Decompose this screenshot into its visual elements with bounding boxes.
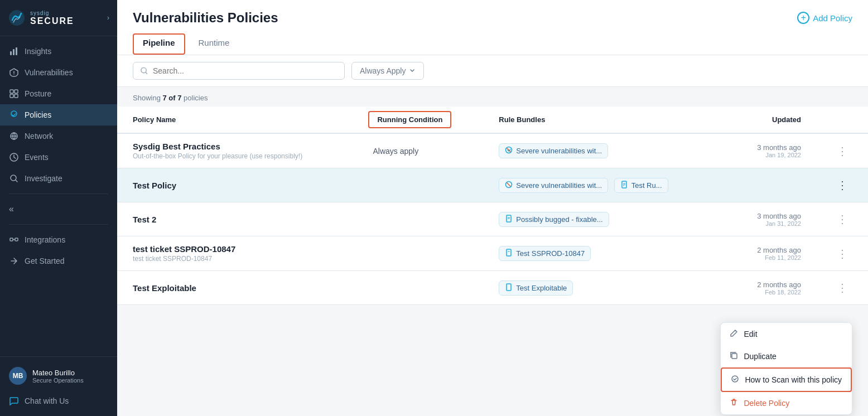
updated-cell: 3 months ago Jan 19, 2022 bbox=[727, 133, 817, 168]
rule-bundles-cell: Test Exploitable bbox=[483, 271, 727, 305]
svg-rect-13 bbox=[15, 238, 18, 241]
context-menu-scan[interactable]: How to Scan with this policy bbox=[721, 367, 852, 392]
row-more-button[interactable]: ⋮ bbox=[832, 142, 852, 160]
sidebar: sysdig SECURE › Insights Vulnerabilities… bbox=[0, 0, 117, 416]
network-icon bbox=[9, 131, 19, 141]
search-input-wrap[interactable] bbox=[133, 62, 345, 80]
col-actions bbox=[817, 107, 868, 133]
rule-bundles-cell: Possibly bugged - fixable... bbox=[483, 202, 727, 236]
table-area: Showing 7 of 7 policies Policy Name Runn… bbox=[117, 87, 868, 416]
sidebar-item-events[interactable]: Events bbox=[0, 147, 117, 168]
sidebar-item-label: Posture bbox=[25, 89, 51, 98]
page-tabs: Pipeline Runtime bbox=[133, 33, 852, 55]
sidebar-collapse-chevron[interactable]: › bbox=[107, 14, 109, 22]
table-row: Sysdig Best Practices Out-of-the-box Pol… bbox=[117, 133, 868, 168]
sidebar-item-policies[interactable]: Policies bbox=[0, 104, 117, 125]
policy-name: test ticket SSPROD-10847 bbox=[133, 244, 341, 254]
tab-pipeline[interactable]: Pipeline bbox=[133, 33, 185, 55]
row-more-button[interactable]: ⋮ bbox=[832, 176, 852, 194]
table-row: Test 2 Possibly bugged - fixable... 3 mo… bbox=[117, 202, 868, 236]
sidebar-item-posture[interactable]: Posture bbox=[0, 83, 117, 104]
filter-label: Always Apply bbox=[360, 66, 406, 75]
policy-name-cell: Test Policy bbox=[117, 168, 357, 202]
sidebar-item-label: Investigate bbox=[25, 174, 62, 183]
rule-bundles-cell: Severe vulnerabilities wit... bbox=[483, 133, 727, 168]
svg-rect-1 bbox=[10, 51, 12, 55]
sidebar-item-insights[interactable]: Insights bbox=[0, 41, 117, 62]
context-menu-edit[interactable]: Edit bbox=[721, 323, 852, 345]
policy-name-cell: Test Exploitable bbox=[117, 271, 357, 305]
svg-rect-27 bbox=[732, 354, 737, 359]
duplicate-icon bbox=[730, 351, 738, 361]
table-header: Policy Name Running Condition Rule Bundl… bbox=[117, 107, 868, 133]
no-vuln-icon bbox=[505, 146, 513, 156]
rule-bundles-cell: Test SSPROD-10847 bbox=[483, 236, 727, 271]
search-input[interactable] bbox=[153, 66, 337, 75]
chevron-down-icon bbox=[409, 67, 416, 74]
row-more-button[interactable]: ⋮ bbox=[832, 210, 852, 228]
row-actions-cell: ⋮ bbox=[817, 236, 868, 271]
updated-cell: 2 months ago Feb 18, 2022 bbox=[727, 271, 817, 305]
user-role: Secure Operations bbox=[32, 377, 84, 384]
posture-icon bbox=[9, 89, 19, 99]
svg-rect-6 bbox=[10, 94, 13, 98]
updated-cell: 3 months ago Jan 31, 2022 bbox=[727, 202, 817, 236]
svg-rect-26 bbox=[507, 284, 511, 291]
running-condition-cell bbox=[357, 271, 483, 305]
row-actions-cell: ⋮ bbox=[817, 168, 868, 202]
sidebar-item-integrations[interactable]: Integrations bbox=[0, 229, 117, 250]
vulnerabilities-icon bbox=[9, 67, 19, 78]
rule-bundle-pill: Severe vulnerabilities wit... bbox=[499, 178, 608, 193]
investigate-icon bbox=[9, 173, 19, 183]
add-policy-plus-icon: + bbox=[797, 12, 809, 24]
add-policy-label: Add Policy bbox=[813, 13, 852, 23]
policy-name-cell: Sysdig Best Practices Out-of-the-box Pol… bbox=[117, 133, 357, 168]
sidebar-item-get-started[interactable]: Get Started bbox=[0, 250, 117, 272]
row-more-button[interactable]: ⋮ bbox=[832, 245, 852, 263]
context-menu-delete[interactable]: Delete Policy bbox=[721, 392, 852, 414]
table-row: test ticket SSPROD-10847 test ticket SSP… bbox=[117, 236, 868, 271]
svg-point-0 bbox=[9, 10, 25, 26]
duplicate-label: Duplicate bbox=[744, 352, 776, 361]
rule-bundle-pill: Test Ru... bbox=[614, 178, 668, 193]
logo-bottom: SECURE bbox=[30, 16, 74, 26]
row-actions-cell: ⋮ bbox=[817, 133, 868, 168]
logo-top: sysdig bbox=[30, 10, 74, 16]
tab-runtime[interactable]: Runtime bbox=[187, 33, 241, 55]
col-updated: Updated bbox=[727, 107, 817, 133]
sidebar-logo-text: sysdig SECURE bbox=[30, 10, 74, 26]
sidebar-bottom: MB Mateo Burillo Secure Operations Chat … bbox=[0, 356, 117, 416]
svg-line-16 bbox=[507, 183, 510, 186]
policies-table: Policy Name Running Condition Rule Bundl… bbox=[117, 107, 868, 305]
sidebar-item-label: Vulnerabilities bbox=[25, 68, 73, 77]
updated-cell: 2 months ago Feb 11, 2022 bbox=[727, 236, 817, 271]
col-policy-name: Policy Name bbox=[117, 107, 357, 133]
sidebar-item-investigate[interactable]: Investigate bbox=[0, 168, 117, 189]
filters-bar: Always Apply bbox=[117, 55, 868, 87]
sidebar-item-vulnerabilities[interactable]: Vulnerabilities bbox=[0, 62, 117, 83]
always-apply-filter[interactable]: Always Apply bbox=[351, 62, 424, 80]
user-info: Mateo Burillo Secure Operations bbox=[32, 369, 84, 384]
sidebar-divider bbox=[9, 194, 108, 194]
policy-name: Test Policy bbox=[133, 181, 341, 190]
sidebar-item-chat[interactable]: Chat with Us bbox=[0, 390, 117, 412]
context-menu-duplicate[interactable]: Duplicate bbox=[721, 345, 852, 367]
add-policy-button[interactable]: + Add Policy bbox=[797, 12, 852, 24]
sidebar-collapse-button[interactable]: « bbox=[0, 199, 117, 220]
scan-label: How to Scan with this policy bbox=[745, 375, 842, 384]
policy-name-cell: Test 2 bbox=[117, 202, 357, 236]
events-icon bbox=[9, 152, 19, 162]
scan-icon bbox=[731, 375, 739, 385]
svg-rect-3 bbox=[16, 47, 17, 55]
policy-desc: Out-of-the-box Policy for your pleasure … bbox=[133, 152, 341, 160]
integrations-icon bbox=[9, 235, 19, 245]
edit-label: Edit bbox=[744, 330, 757, 338]
sidebar-item-network[interactable]: Network bbox=[0, 125, 117, 147]
showing-count: 7 of 7 bbox=[163, 94, 182, 102]
sidebar-item-label: Network bbox=[25, 132, 53, 141]
table-row: Test Exploitable Test Exploitable 2 mont… bbox=[117, 271, 868, 305]
row-actions-cell: ⋮ bbox=[817, 271, 868, 305]
row-more-button[interactable]: ⋮ bbox=[832, 279, 852, 297]
doc-icon bbox=[620, 181, 628, 190]
updated-cell bbox=[727, 168, 817, 202]
